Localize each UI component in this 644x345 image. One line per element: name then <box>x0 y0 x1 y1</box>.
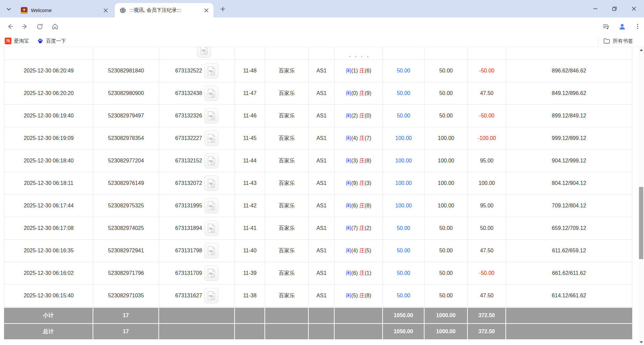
player-points: (1) <box>351 68 359 74</box>
bet-amount-link[interactable]: 50.00 <box>397 225 410 231</box>
video-record-button[interactable] <box>204 265 218 281</box>
bet-table-footer: 小计171050.001000.00372.50总计171050.001000.… <box>4 308 632 339</box>
bet-table-body: 2025-12-30 06:20:49523082981840673132522… <box>4 60 632 307</box>
bet-amount-link[interactable]: 50.00 <box>397 68 410 74</box>
cell-winloss: 47.50 <box>468 82 506 104</box>
cell-round: 11-47 <box>235 82 265 104</box>
cell-bet-amount <box>383 47 425 59</box>
media-controls-icon[interactable] <box>601 21 611 32</box>
footer-empty <box>265 308 309 323</box>
video-record-button[interactable] <box>204 63 218 79</box>
reload-button[interactable] <box>34 21 45 32</box>
video-record-button[interactable] <box>204 220 218 236</box>
table-row: 2025-12-30 06:20:20523082980900673132438… <box>4 82 632 105</box>
window-minimize-button[interactable] <box>590 4 600 13</box>
video-record-button[interactable] <box>204 108 218 124</box>
scroll-up-icon[interactable] <box>638 47 644 53</box>
cell-valid-amount: 50.00 <box>425 285 468 307</box>
cell-bet-amount[interactable]: 50.00 <box>383 105 425 127</box>
home-button[interactable] <box>50 21 60 32</box>
all-bookmarks-button[interactable]: 所有书签 <box>603 37 633 45</box>
bet-amount-link[interactable]: 50.00 <box>397 248 410 254</box>
cell-game-id: 673132072 <box>159 172 235 194</box>
player-label: 闲 <box>346 292 351 299</box>
bet-amount-link[interactable]: 50.00 <box>397 90 410 96</box>
cell-valid-amount: 50.00 <box>425 262 468 284</box>
cell-bet-detail: 闲(3) 庄(8) <box>335 150 383 172</box>
tab-welcome[interactable]: ♠ Welcome <box>16 3 113 17</box>
tab-title: Welcome <box>31 7 103 13</box>
tab-search-chevron-icon[interactable] <box>5 5 13 13</box>
cell-balance: 899.12/849.12 <box>506 105 632 127</box>
banker-label: 庄 <box>359 112 365 119</box>
bet-amount-link[interactable]: 50.00 <box>397 293 410 299</box>
video-record-button[interactable] <box>204 176 218 191</box>
page-content: 2025-12-30 06:20:49523082981840673132522… <box>0 47 644 345</box>
banker-points: (3) <box>365 180 371 186</box>
cell-bet-amount[interactable]: 50.00 <box>383 240 425 262</box>
cell-valid-amount: 50.00 <box>425 240 468 262</box>
cell-winloss: 95.00 <box>468 195 506 217</box>
video-record-button[interactable] <box>204 288 218 303</box>
cell-bet-detail: 闲(7) 庄(2) <box>335 217 383 239</box>
bet-amount-link[interactable]: 100.00 <box>395 135 412 141</box>
cell-bet-detail: 闲(0) 庄(9) <box>335 82 383 104</box>
vertical-scrollbar[interactable] <box>638 47 644 345</box>
cell-bet-amount[interactable]: 50.00 <box>383 82 425 104</box>
profile-avatar-icon[interactable] <box>617 21 628 32</box>
cell-bet-detail: 闲(2) 庄(0) <box>335 105 383 127</box>
cell-game-id: 673132438 <box>159 82 235 104</box>
table-row: 2025-12-30 06:17:08523082974025673131894… <box>4 217 632 240</box>
player-points: (5) <box>351 293 359 299</box>
cell-round: 11-39 <box>235 262 265 284</box>
cell-time: 2025-12-30 06:20:20 <box>4 82 93 104</box>
cell-bet-amount[interactable]: 50.00 <box>383 262 425 284</box>
scroll-down-icon[interactable] <box>638 339 644 345</box>
player-label: 闲 <box>346 225 351 232</box>
tab-close-icon[interactable] <box>103 7 109 13</box>
bet-amount-link[interactable]: 50.00 <box>397 113 410 119</box>
cell-bet-amount[interactable]: 100.00 <box>383 172 425 194</box>
bookmark-baidu[interactable]: 百度一下 <box>35 37 68 45</box>
video-record-button[interactable] <box>204 243 218 258</box>
cell-bet-amount[interactable]: 50.00 <box>383 285 425 307</box>
player-points: (3) <box>351 158 359 164</box>
video-record-button[interactable] <box>197 47 211 58</box>
player-points: (2) <box>351 113 359 119</box>
cell-bet-id: 523082974025 <box>93 217 159 239</box>
video-record-button[interactable] <box>204 198 218 213</box>
banker-label: 庄 <box>359 90 365 97</box>
scrollbar-thumb[interactable] <box>639 187 643 259</box>
cell-bet-amount[interactable]: 100.00 <box>383 127 425 149</box>
cell-winloss: 47.50 <box>468 240 506 262</box>
cell-bet-amount[interactable]: 50.00 <box>383 60 425 82</box>
window-close-button[interactable] <box>629 4 639 13</box>
bet-amount-link[interactable]: 100.00 <box>395 180 412 186</box>
cell-balance: 804.12/904.12 <box>506 172 632 194</box>
forward-button[interactable] <box>19 21 30 32</box>
back-button[interactable] <box>5 21 15 32</box>
cell-balance: 904.12/999.12 <box>506 150 632 172</box>
footer-count: 17 <box>93 308 159 323</box>
bet-record-table: 2025-12-30 06:20:49523082981840673132522… <box>4 47 632 339</box>
tab-bet-record[interactable]: :::视讯, 会员下注纪录::: <box>115 3 213 17</box>
video-record-button[interactable] <box>204 86 218 101</box>
window-restore-button[interactable] <box>609 4 620 13</box>
browser-menu-icon[interactable] <box>632 21 643 32</box>
game-id-text: 673132227 <box>175 135 202 141</box>
tab-close-icon[interactable] <box>203 7 209 13</box>
video-record-button[interactable] <box>204 131 218 146</box>
new-tab-button[interactable] <box>219 5 227 13</box>
video-record-button[interactable] <box>204 153 218 168</box>
cell-game-name: 百家乐 <box>265 217 309 239</box>
cell-bet-amount[interactable]: 100.00 <box>383 150 425 172</box>
bet-amount-link[interactable]: 100.00 <box>395 203 412 209</box>
bookmark-label: 爱淘宝 <box>14 38 29 44</box>
bet-amount-link[interactable]: 50.00 <box>397 270 410 276</box>
cell-bet-amount[interactable]: 100.00 <box>383 195 425 217</box>
bookmark-taobao[interactable]: 淘 爱淘宝 <box>3 37 31 45</box>
bet-amount-link[interactable]: 100.00 <box>395 158 412 164</box>
footer-empty <box>159 308 235 323</box>
cell-winloss: -50.00 <box>468 60 506 82</box>
cell-bet-amount[interactable]: 50.00 <box>383 217 425 239</box>
